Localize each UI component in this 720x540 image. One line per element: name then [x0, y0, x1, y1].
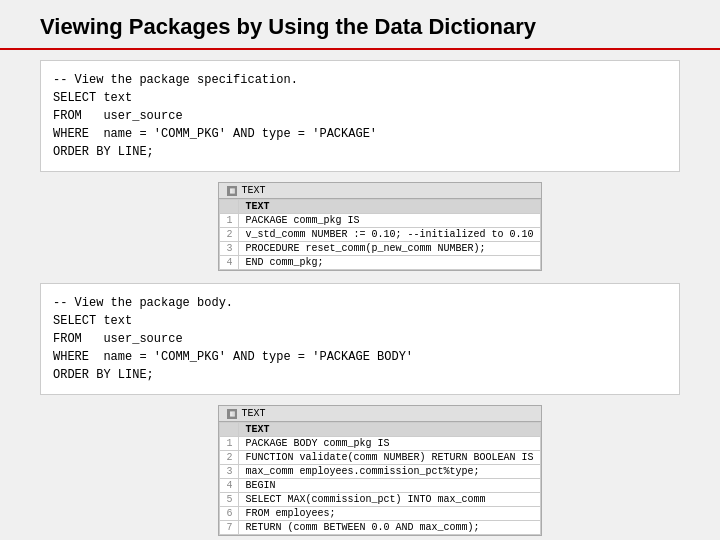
table-row: 7 RETURN (comm BETWEEN 0.0 AND max_comm)… [220, 521, 540, 535]
row-num: 3 [220, 465, 239, 479]
table-row: 3 max_comm employees.commission_pct%type… [220, 465, 540, 479]
row-text: PACKAGE BODY comm_pkg IS [239, 437, 540, 451]
col-num-2 [220, 423, 239, 437]
row-text: END comm_pkg; [239, 256, 540, 270]
row-text: BEGIN [239, 479, 540, 493]
col-num-1 [220, 200, 239, 214]
row-num: 2 [220, 451, 239, 465]
slide-title: Viewing Packages by Using the Data Dicti… [40, 14, 680, 40]
row-text: RETURN (comm BETWEEN 0.0 AND max_comm); [239, 521, 540, 535]
slide: Viewing Packages by Using the Data Dicti… [0, 0, 720, 540]
row-num: 3 [220, 242, 239, 256]
code-block-1: -- View the package specification. SELEC… [40, 60, 680, 172]
row-text: FROM employees; [239, 507, 540, 521]
row-text: FUNCTION validate(comm NUMBER) RETURN BO… [239, 451, 540, 465]
table-row: 6 FROM employees; [220, 507, 540, 521]
row-num: 6 [220, 507, 239, 521]
table-2: TEXT 1PACKAGE BODY comm_pkg IS2 FUNCTION… [219, 422, 540, 535]
table-header-2: ▦ TEXT [219, 406, 540, 422]
table-row: 1PACKAGE comm_pkg IS [220, 214, 540, 228]
row-text: PROCEDURE reset_comm(p_new_comm NUMBER); [239, 242, 540, 256]
col-text-2: TEXT [239, 423, 540, 437]
table-row: 1PACKAGE BODY comm_pkg IS [220, 437, 540, 451]
slide-header: Viewing Packages by Using the Data Dicti… [0, 0, 720, 50]
result-wrapper-2: ▦ TEXT TEXT 1PACKAGE BODY comm_pkg IS2 F… [40, 403, 680, 540]
row-num: 2 [220, 228, 239, 242]
row-num: 4 [220, 479, 239, 493]
table-icon-1: ▦ [227, 186, 237, 196]
row-num: 7 [220, 521, 239, 535]
row-num: 4 [220, 256, 239, 270]
col-text-1: TEXT [239, 200, 540, 214]
table-row: 2 v_std_comm NUMBER := 0.10; --initializ… [220, 228, 540, 242]
table-row: 2 FUNCTION validate(comm NUMBER) RETURN … [220, 451, 540, 465]
result-table-2: ▦ TEXT TEXT 1PACKAGE BODY comm_pkg IS2 F… [218, 405, 541, 536]
table-header-label-1: TEXT [241, 185, 265, 196]
table-row: 3 PROCEDURE reset_comm(p_new_comm NUMBER… [220, 242, 540, 256]
table-row: 5 SELECT MAX(commission_pct) INTO max_co… [220, 493, 540, 507]
table-row: 4 BEGIN [220, 479, 540, 493]
row-text: max_comm employees.commission_pct%type; [239, 465, 540, 479]
row-text: v_std_comm NUMBER := 0.10; --initialized… [239, 228, 540, 242]
table-1: TEXT 1PACKAGE comm_pkg IS2 v_std_comm NU… [219, 199, 540, 270]
table-header-1: ▦ TEXT [219, 183, 540, 199]
row-num: 5 [220, 493, 239, 507]
result-wrapper-1: ▦ TEXT TEXT 1PACKAGE comm_pkg IS2 v_std_… [40, 180, 680, 275]
slide-content: -- View the package specification. SELEC… [0, 50, 720, 540]
row-text: PACKAGE comm_pkg IS [239, 214, 540, 228]
row-text: SELECT MAX(commission_pct) INTO max_comm [239, 493, 540, 507]
row-num: 1 [220, 437, 239, 451]
table-icon-2: ▦ [227, 409, 237, 419]
result-table-1: ▦ TEXT TEXT 1PACKAGE comm_pkg IS2 v_std_… [218, 182, 541, 271]
table-row: 4END comm_pkg; [220, 256, 540, 270]
code-block-2: -- View the package body. SELECT text FR… [40, 283, 680, 395]
row-num: 1 [220, 214, 239, 228]
table-header-label-2: TEXT [241, 408, 265, 419]
